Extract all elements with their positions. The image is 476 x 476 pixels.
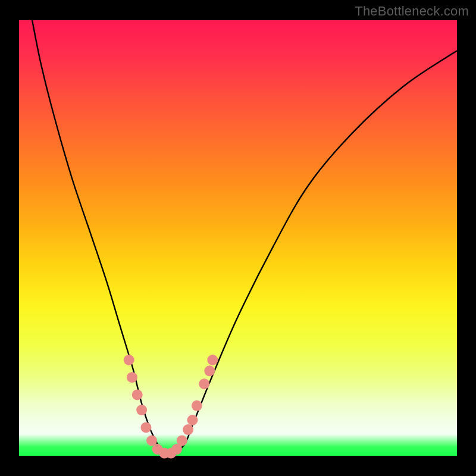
highlight-marker bbox=[207, 355, 218, 365]
highlight-marker bbox=[199, 378, 209, 389]
highlight-marker bbox=[124, 355, 134, 365]
chart-svg bbox=[19, 20, 457, 456]
highlight-marker bbox=[132, 390, 143, 400]
highlight-marker bbox=[183, 424, 193, 435]
chart-frame: TheBottleneck.com bbox=[0, 0, 476, 476]
highlight-marker bbox=[204, 365, 215, 376]
highlight-markers bbox=[124, 355, 218, 459]
highlight-marker bbox=[177, 435, 187, 446]
highlight-marker bbox=[136, 405, 147, 415]
highlight-marker bbox=[127, 372, 137, 383]
highlight-marker bbox=[140, 422, 151, 433]
highlight-marker bbox=[187, 415, 198, 425]
plot-area bbox=[19, 20, 457, 456]
bottleneck-curve bbox=[32, 20, 457, 455]
watermark-label: TheBottleneck.com bbox=[355, 4, 469, 19]
highlight-marker bbox=[192, 400, 202, 411]
